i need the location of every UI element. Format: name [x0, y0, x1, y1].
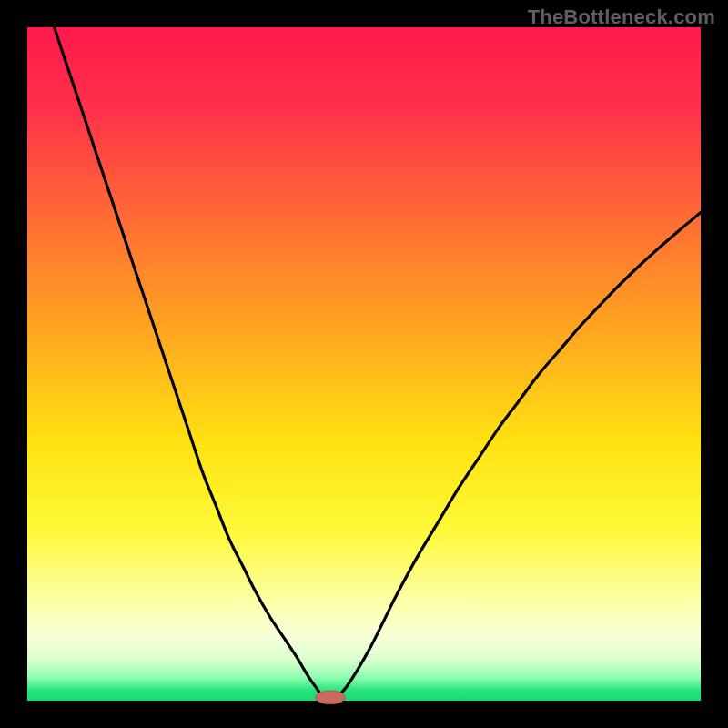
watermark-text: TheBottleneck.com — [528, 5, 715, 29]
bottleneck-marker — [316, 691, 346, 704]
bottleneck-chart — [0, 0, 728, 728]
chart-frame: { "watermark": "TheBottleneck.com", "col… — [0, 0, 728, 728]
plot-background — [27, 27, 701, 701]
